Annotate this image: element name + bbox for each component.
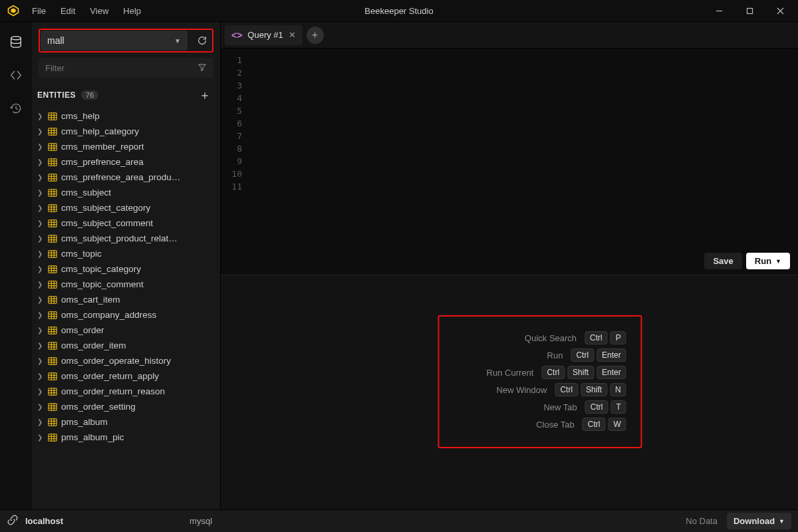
entity-label: oms_order_return_reason (61, 386, 165, 396)
entity-label: oms_company_address (61, 310, 156, 320)
entity-row[interactable]: ❯cms_topic_category (32, 261, 220, 277)
menu-file[interactable]: File (25, 3, 53, 19)
entity-row[interactable]: ❯cms_subject_category (32, 200, 220, 215)
entity-row[interactable]: ❯cms_help (32, 108, 220, 124)
menu-help[interactable]: Help (116, 3, 148, 19)
svg-rect-12 (49, 128, 57, 135)
entity-row[interactable]: ❯oms_order_return_reason (32, 384, 220, 399)
shortcut-row: Quick SearchCtrlP (454, 331, 626, 344)
svg-rect-7 (49, 112, 57, 120)
content: <> Query #1 ✕ ＋ 1234567891011 Save Run ▼… (221, 22, 798, 509)
entity-row[interactable]: ❯cms_help_category (32, 124, 220, 139)
status-engine: mysql (190, 516, 212, 526)
nav-tables-icon[interactable] (7, 33, 25, 51)
line-gutter: 1234567891011 (221, 49, 247, 275)
filter-input[interactable] (45, 63, 194, 73)
shortcut-name: Quick Search (497, 333, 577, 343)
editor-body[interactable] (247, 49, 798, 275)
svg-rect-97 (49, 388, 57, 395)
key: Enter (597, 348, 626, 362)
shortcut-name: Run (483, 350, 563, 360)
svg-rect-67 (49, 296, 57, 303)
shortcut-name: New Tab (497, 402, 577, 412)
entity-row[interactable]: ❯cms_subject (32, 185, 220, 200)
entity-row[interactable]: ❯pms_album (32, 414, 220, 430)
key: Ctrl (583, 418, 606, 431)
entities-header: ENTITIES 76 ＋ (32, 78, 220, 108)
database-select[interactable]: mall ▼ (41, 31, 188, 51)
download-button[interactable]: Download ▼ (727, 513, 791, 529)
nav-queries-icon[interactable] (7, 66, 25, 84)
chevron-right-icon: ❯ (36, 189, 44, 196)
entity-row[interactable]: ❯oms_order_item (32, 338, 220, 353)
run-button[interactable]: Run ▼ (746, 253, 790, 269)
table-icon (48, 188, 57, 198)
svg-rect-112 (49, 434, 57, 441)
entity-row[interactable]: ❯pms_album_pic (32, 430, 220, 445)
filter-icon[interactable] (198, 63, 207, 74)
tab-query1[interactable]: <> Query #1 ✕ (225, 25, 303, 45)
maximize-button[interactable] (734, 0, 765, 22)
chevron-right-icon: ❯ (36, 158, 44, 166)
entity-row[interactable]: ❯oms_order_return_apply (32, 368, 220, 384)
entity-row[interactable]: ❯cms_prefrence_area (32, 154, 220, 170)
new-tab-button[interactable]: ＋ (307, 27, 324, 44)
entity-row[interactable]: ❯cms_subject_comment (32, 215, 220, 231)
svg-rect-47 (49, 235, 57, 242)
table-icon (48, 356, 57, 366)
entity-row[interactable]: ❯oms_company_address (32, 307, 220, 323)
menu-view[interactable]: View (83, 3, 115, 19)
save-button[interactable]: Save (704, 253, 741, 269)
table-icon (48, 372, 57, 381)
svg-rect-52 (49, 250, 57, 257)
key: Shift (581, 383, 607, 396)
entity-row[interactable]: ❯oms_order_operate_history (32, 353, 220, 368)
add-entity-button[interactable]: ＋ (199, 87, 211, 103)
chevron-right-icon: ❯ (36, 342, 44, 349)
table-icon (48, 112, 57, 121)
entity-row[interactable]: ❯oms_order (32, 323, 220, 338)
connection-icon (7, 514, 19, 528)
svg-rect-17 (49, 143, 57, 150)
key: Ctrl (585, 331, 608, 344)
entity-list[interactable]: ❯cms_help❯cms_help_category❯cms_member_r… (32, 108, 220, 509)
chevron-right-icon: ❯ (36, 143, 44, 150)
entity-row[interactable]: ❯cms_prefrence_area_produ… (32, 170, 220, 185)
close-button[interactable] (765, 0, 795, 22)
entity-row[interactable]: ❯cms_subject_product_relat… (32, 231, 220, 246)
entity-row[interactable]: ❯cms_topic_comment (32, 277, 220, 292)
svg-rect-27 (49, 174, 57, 181)
shortcut-row: Close TabCtrlW (454, 418, 626, 431)
key: Ctrl (541, 366, 565, 379)
status-host[interactable]: localhost (25, 516, 63, 526)
svg-rect-82 (49, 342, 57, 349)
entity-row[interactable]: ❯cms_topic (32, 246, 220, 261)
table-icon (48, 418, 57, 427)
menu-edit[interactable]: Edit (54, 3, 82, 19)
entity-label: cms_topic_comment (61, 279, 144, 289)
refresh-button[interactable] (193, 31, 211, 50)
svg-point-6 (11, 37, 21, 40)
entity-label: cms_subject_comment (61, 218, 153, 228)
results-panel: Quick SearchCtrlPRunCtrlEnterRun Current… (221, 275, 798, 509)
svg-rect-87 (49, 357, 57, 364)
chevron-right-icon: ❯ (36, 204, 44, 211)
svg-rect-62 (49, 281, 57, 288)
table-icon (48, 142, 57, 152)
chevron-down-icon: ▼ (174, 37, 181, 45)
close-tab-icon[interactable]: ✕ (289, 30, 296, 40)
shortcut-keys: CtrlShiftN (555, 383, 626, 396)
chevron-right-icon: ❯ (36, 327, 44, 334)
minimize-button[interactable] (704, 0, 734, 22)
svg-rect-92 (49, 372, 57, 380)
shortcut-keys: CtrlShiftEnter (541, 366, 626, 379)
entity-row[interactable]: ❯oms_order_setting (32, 399, 220, 414)
chevron-right-icon: ❯ (36, 388, 44, 395)
key: Ctrl (585, 400, 608, 414)
entity-row[interactable]: ❯oms_cart_item (32, 292, 220, 307)
filter-row (39, 58, 213, 78)
entity-label: oms_order_operate_history (61, 356, 171, 366)
entity-row[interactable]: ❯cms_member_report (32, 139, 220, 154)
nav-history-icon[interactable] (7, 99, 25, 118)
sql-editor[interactable]: 1234567891011 Save Run ▼ (221, 49, 798, 275)
